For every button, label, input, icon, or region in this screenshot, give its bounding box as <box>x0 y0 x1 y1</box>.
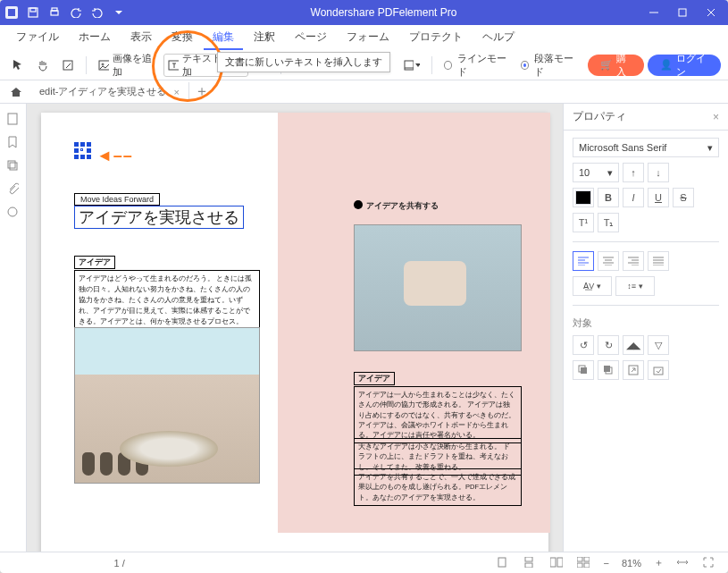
rotate-ccw-button[interactable]: ↺ <box>573 335 594 355</box>
svg-rect-53 <box>584 563 590 568</box>
page-indicator[interactable]: 1 / <box>114 558 125 569</box>
line-spacing-button[interactable]: ↕≡ ▾ <box>615 276 655 296</box>
view-facing-cont-icon[interactable] <box>577 557 591 569</box>
arrow-annotation-icon: ◄ – – <box>96 147 130 165</box>
font-decrease-button[interactable]: ↓ <box>648 163 669 182</box>
svg-rect-46 <box>525 557 532 561</box>
rotate-cw-button[interactable]: ↻ <box>598 335 619 355</box>
add-text-tooltip: 文書に新しいテキストを挿入します <box>217 52 390 72</box>
strike-button[interactable]: S <box>673 188 694 207</box>
view-continuous-icon[interactable] <box>523 557 538 569</box>
doc-block-left[interactable]: アイデアはどうやって生まれるのだろう。 ときには孤独の日々。人知れない努力をかさ… <box>74 270 260 331</box>
menu-edit[interactable]: 編集 <box>204 26 243 50</box>
doc-subheading[interactable]: Move Ideas Forward <box>74 193 160 206</box>
maximize-button[interactable] <box>669 2 696 23</box>
flip-v-button[interactable]: ▽ <box>648 335 669 355</box>
menu-help[interactable]: ヘルプ <box>473 26 523 50</box>
flip-h-button[interactable]: ◢◣ <box>623 335 644 355</box>
document-canvas[interactable]: ◄ – – Move Ideas Forward アイデアを実現させる アイデア… <box>27 104 563 552</box>
title-bar: Wondershare PDFelement Pro <box>0 0 728 25</box>
undo-icon[interactable] <box>68 4 84 21</box>
svg-rect-49 <box>557 558 563 567</box>
print-icon[interactable] <box>46 4 63 21</box>
bring-front-button[interactable] <box>573 360 594 380</box>
home-tab-icon[interactable] <box>7 83 25 101</box>
view-facing-icon[interactable] <box>550 557 565 569</box>
align-left-button[interactable] <box>573 251 594 271</box>
svg-rect-1 <box>8 9 15 16</box>
menu-home[interactable]: ホーム <box>70 26 120 50</box>
subscript-button[interactable]: T₁ <box>598 213 619 232</box>
save-icon[interactable] <box>25 4 41 21</box>
doc-image-pottery[interactable] <box>74 327 260 484</box>
add-image-button[interactable]: 画像を追加 <box>94 54 160 77</box>
fullscreen-icon[interactable] <box>703 557 717 569</box>
superscript-button[interactable]: T¹ <box>573 213 594 232</box>
comments-icon[interactable] <box>6 206 21 220</box>
tab-close-icon[interactable]: × <box>173 87 179 97</box>
minimize-button[interactable] <box>640 2 667 23</box>
titlebar-dropdown-icon[interactable] <box>111 4 127 21</box>
close-button[interactable] <box>698 2 724 23</box>
login-button[interactable]: 👤 ログイン <box>648 55 721 76</box>
svg-rect-5 <box>52 8 57 11</box>
redo-icon[interactable] <box>89 4 105 21</box>
menu-bar: ファイル ホーム 表示 変換 編集 注釈 ページ フォーム プロテクト ヘルプ <box>0 25 728 50</box>
underline-button[interactable]: U <box>648 188 669 207</box>
font-color-button[interactable] <box>573 188 594 207</box>
menu-convert[interactable]: 変換 <box>163 26 202 50</box>
menu-page[interactable]: ページ <box>286 26 336 50</box>
align-center-button[interactable] <box>598 251 619 271</box>
document-tab[interactable]: edit-アイディアを実現させる × <box>29 82 189 101</box>
send-back-button[interactable] <box>598 360 619 380</box>
doc-title[interactable]: アイデアを実現させる <box>74 206 244 229</box>
bookmarks-icon[interactable] <box>6 136 21 150</box>
doc-share-heading[interactable]: アイデアを共有する <box>354 200 439 212</box>
line-mode-radio[interactable]: ラインモード <box>439 54 513 77</box>
replace-button[interactable] <box>648 360 669 380</box>
view-single-icon[interactable] <box>497 557 511 569</box>
menu-form[interactable]: フォーム <box>338 26 398 50</box>
align-right-button[interactable] <box>623 251 644 271</box>
svg-rect-4 <box>51 11 58 15</box>
font-increase-button[interactable]: ↑ <box>623 163 644 182</box>
panel-close-icon[interactable]: × <box>713 111 719 123</box>
align-justify-button[interactable] <box>648 251 669 271</box>
font-size-select[interactable]: 10▾ <box>573 163 619 182</box>
zoom-level[interactable]: 81% <box>622 558 641 569</box>
zoom-out-button[interactable]: − <box>604 558 609 569</box>
menu-protect[interactable]: プロテクト <box>400 26 472 50</box>
bates-tool-icon[interactable] <box>398 54 424 77</box>
panel-title: プロパティ <box>573 109 626 124</box>
thumbnails-icon[interactable] <box>6 113 21 127</box>
svg-point-22 <box>8 207 17 216</box>
doc-h-left[interactable]: アイデア <box>74 256 115 269</box>
paragraph-mode-radio[interactable]: 段落モード <box>516 54 581 77</box>
new-tab-button[interactable]: ＋ <box>193 82 211 101</box>
fit-width-icon[interactable] <box>676 557 690 569</box>
bold-button[interactable]: B <box>598 188 619 207</box>
svg-rect-47 <box>525 563 532 568</box>
svg-rect-20 <box>8 161 15 168</box>
font-family-select[interactable]: Microsoft Sans Serif ▾ <box>573 138 719 157</box>
layers-icon[interactable] <box>6 159 21 173</box>
doc-image-mug[interactable] <box>354 224 522 351</box>
buy-button[interactable]: 🛒 購入 <box>588 55 644 76</box>
edit-tool-icon[interactable] <box>57 54 79 77</box>
doc-block-r3[interactable]: アイデアを共有することで、一人で達成できる成果以上のものを成し遂げられる。PDF… <box>354 468 522 506</box>
add-image-label: 画像を追加 <box>113 52 155 79</box>
italic-button[interactable]: I <box>623 188 644 207</box>
svg-rect-48 <box>550 558 556 567</box>
select-tool-icon[interactable] <box>7 54 29 77</box>
zoom-in-button[interactable]: ＋ <box>654 556 664 569</box>
attachments-icon[interactable] <box>6 182 21 197</box>
insertion-marker[interactable] <box>74 142 92 160</box>
char-spacing-button[interactable]: A͟V ▾ <box>573 276 612 296</box>
menu-comment[interactable]: 注釈 <box>245 26 284 50</box>
doc-block-r1[interactable]: アイデアは一人から生まれることは少なく、たくさんの仲間の協力で形成される。 アイ… <box>354 386 522 443</box>
hand-tool-icon[interactable] <box>32 54 54 77</box>
menu-file[interactable]: ファイル <box>7 26 68 50</box>
menu-view[interactable]: 表示 <box>121 26 161 50</box>
doc-h-right[interactable]: アイデア <box>354 372 395 385</box>
extract-button[interactable] <box>623 360 644 380</box>
